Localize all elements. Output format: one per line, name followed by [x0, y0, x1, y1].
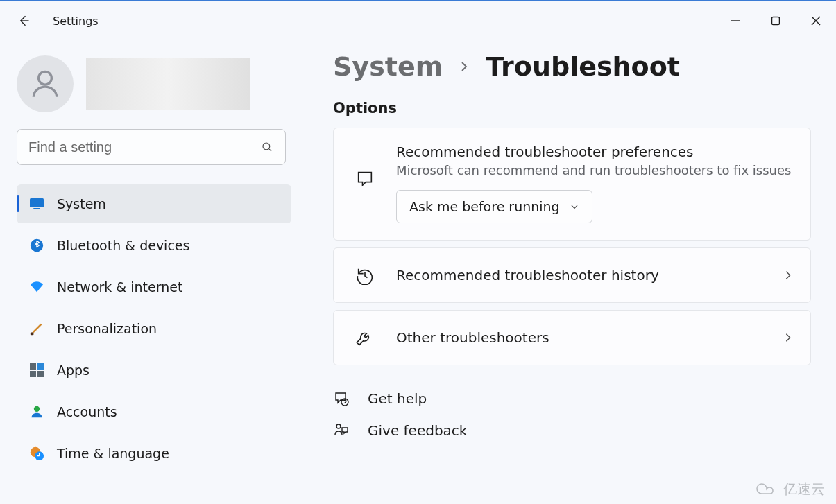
svg-rect-10	[31, 333, 34, 336]
minimize-icon	[731, 16, 740, 26]
person-icon	[28, 67, 62, 101]
help-icon	[333, 390, 350, 407]
close-button[interactable]	[796, 6, 836, 36]
svg-point-15	[34, 406, 40, 412]
sidebar-item-label: System	[57, 196, 106, 211]
window-controls	[715, 6, 836, 36]
sidebar-item-system[interactable]: System	[17, 184, 291, 223]
svg-point-21	[336, 424, 341, 428]
nav: System Bluetooth & devices Network & int…	[17, 184, 291, 476]
card-troubleshooter-history[interactable]: Recommended troubleshooter history	[333, 247, 811, 303]
feedback-icon	[333, 422, 350, 439]
svg-line-6	[268, 148, 271, 151]
card-title: Other troubleshooters	[396, 329, 771, 346]
account-icon	[29, 404, 44, 419]
watermark-text: 亿速云	[783, 480, 825, 498]
svg-rect-1	[772, 17, 780, 25]
svg-rect-11	[30, 363, 36, 370]
titlebar: Settings	[0, 1, 836, 40]
display-icon	[29, 196, 44, 211]
chat-icon	[350, 164, 379, 193]
profile-section	[17, 55, 291, 112]
sidebar-item-network[interactable]: Network & internet	[17, 268, 291, 306]
clock-globe-icon	[29, 446, 44, 461]
wifi-icon	[29, 279, 44, 295]
svg-rect-13	[30, 371, 36, 377]
chevron-down-icon	[570, 202, 579, 211]
get-help-link[interactable]: Get help	[333, 390, 811, 407]
app-title: Settings	[53, 15, 99, 28]
sidebar: System Bluetooth & devices Network & int…	[0, 40, 308, 504]
sidebar-item-label: Accounts	[57, 404, 117, 419]
card-troubleshooter-preferences: Recommended troubleshooter preferences M…	[333, 128, 811, 241]
svg-rect-14	[37, 371, 44, 377]
sidebar-item-label: Apps	[57, 363, 89, 378]
card-subtitle: Microsoft can recommend and run troubles…	[396, 163, 794, 177]
svg-point-5	[263, 143, 270, 150]
sidebar-item-label: Bluetooth & devices	[57, 238, 189, 253]
profile-name-redacted	[86, 58, 250, 110]
apps-icon	[29, 363, 44, 378]
svg-point-4	[39, 71, 52, 85]
link-label: Get help	[368, 390, 427, 407]
svg-rect-12	[37, 363, 44, 370]
card-title: Recommended troubleshooter history	[396, 267, 771, 284]
page: System Troubleshoot Options Recommended …	[308, 40, 836, 504]
close-icon	[811, 16, 821, 26]
svg-rect-7	[30, 198, 44, 207]
watermark-icon	[756, 483, 779, 496]
footer-links: Get help Give feedback	[333, 390, 811, 447]
avatar[interactable]	[17, 55, 74, 112]
wrench-icon	[350, 323, 379, 352]
history-icon	[350, 261, 379, 290]
svg-rect-8	[33, 208, 40, 209]
bluetooth-icon	[29, 238, 44, 253]
back-button[interactable]	[15, 12, 32, 29]
breadcrumb: System Troubleshoot	[333, 51, 811, 82]
maximize-button[interactable]	[756, 6, 796, 36]
give-feedback-link[interactable]: Give feedback	[333, 422, 811, 439]
chevron-right-icon	[783, 270, 794, 281]
section-title: Options	[333, 100, 811, 116]
search-icon	[261, 141, 273, 153]
sidebar-item-apps[interactable]: Apps	[17, 351, 291, 390]
paintbrush-icon	[29, 321, 44, 336]
sidebar-item-bluetooth[interactable]: Bluetooth & devices	[17, 226, 291, 265]
maximize-icon	[771, 16, 780, 26]
breadcrumb-parent[interactable]: System	[333, 51, 443, 82]
page-title: Troubleshoot	[486, 51, 680, 82]
link-label: Give feedback	[368, 422, 467, 439]
card-title: Recommended troubleshooter preferences	[396, 144, 794, 160]
dropdown-value: Ask me before running	[409, 199, 560, 214]
card-other-troubleshooters[interactable]: Other troubleshooters	[333, 310, 811, 365]
minimize-button[interactable]	[715, 6, 756, 36]
chevron-right-icon	[783, 332, 794, 343]
watermark: 亿速云	[756, 480, 825, 498]
sidebar-item-label: Network & internet	[57, 279, 182, 295]
search-input[interactable]	[17, 129, 286, 165]
sidebar-item-time-language[interactable]: Time & language	[17, 434, 291, 473]
chevron-right-icon	[458, 60, 470, 73]
sidebar-item-personalization[interactable]: Personalization	[17, 309, 291, 348]
search-wrapper	[17, 129, 286, 165]
sidebar-item-label: Personalization	[57, 321, 157, 336]
arrow-left-icon	[17, 14, 31, 28]
prefs-dropdown[interactable]: Ask me before running	[396, 190, 592, 223]
sidebar-item-label: Time & language	[57, 446, 169, 461]
sidebar-item-accounts[interactable]: Accounts	[17, 392, 291, 431]
